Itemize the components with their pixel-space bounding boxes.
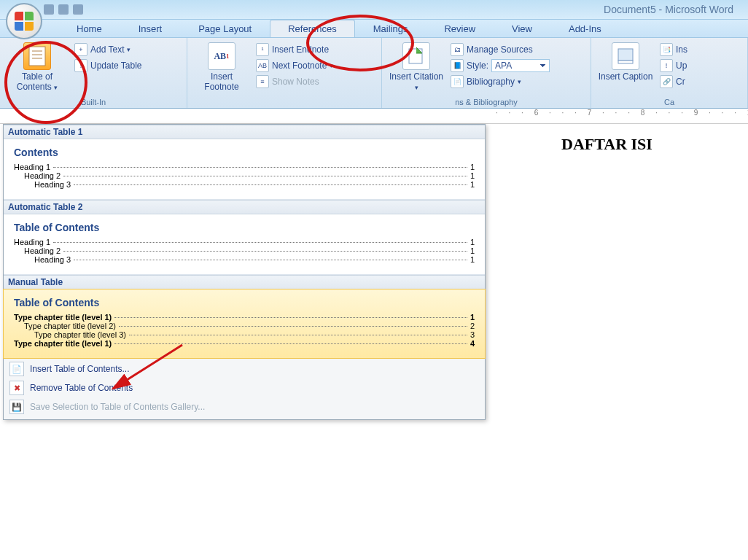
toc-row-page: 2: [470, 322, 475, 330]
toc-row-leader: [53, 242, 467, 243]
toc-row-leader: [63, 251, 467, 252]
gallery-manual-label: Manual Table: [4, 275, 485, 289]
toc-row-page: 1: [470, 313, 475, 322]
save-icon[interactable]: [44, 4, 54, 15]
gallery-auto2-label: Automatic Table 2: [4, 200, 485, 214]
toc-row-label: Heading 1: [14, 238, 50, 246]
toc-row-label: Heading 2: [24, 171, 61, 180]
remove-toc-label: Remove Table of Contents: [30, 383, 133, 393]
insert-endnote-button[interactable]: ¹ Insert Endnote: [254, 42, 335, 57]
add-text-label: Add Text: [90, 44, 124, 55]
insert-citation-icon: [402, 42, 430, 70]
style-label: Style:: [467, 61, 488, 71]
toc-row-leader: [119, 326, 467, 327]
remove-toc-icon: ✖: [9, 381, 24, 395]
update-caption-button[interactable]: ! Up: [658, 58, 689, 73]
tab-review[interactable]: Review: [426, 20, 494, 37]
toc-row: Heading 11: [14, 238, 475, 246]
tab-addins[interactable]: Add-Ins: [550, 20, 620, 37]
toc-row: Heading 21: [14, 246, 475, 255]
gallery-auto2-preview[interactable]: Table of Contents Heading 11Heading 21He…: [4, 214, 485, 275]
next-footnote-button[interactable]: AB Next Footnote: [254, 58, 335, 73]
toc-row-page: 1: [470, 171, 475, 180]
toc-row-page: 1: [470, 255, 475, 264]
svg-rect-5: [618, 49, 633, 61]
toc-row-leader: [74, 260, 467, 260]
toc-row-page: 1: [470, 238, 475, 246]
update-table-icon: !: [74, 59, 87, 72]
insert-caption-label: Insert Caption: [599, 71, 653, 82]
save-toc-icon: 💾: [9, 400, 24, 414]
insert-citation-button[interactable]: Insert Citation: [388, 41, 445, 92]
toc-row-page: 1: [470, 163, 475, 171]
update-caption-label: Up: [676, 61, 687, 71]
undo-icon[interactable]: [58, 4, 69, 15]
remove-toc[interactable]: ✖ Remove Table of Contents: [4, 378, 485, 397]
tab-page-layout[interactable]: Page Layout: [180, 20, 270, 37]
toc-row-label: Type chapter title (level 3): [34, 330, 126, 339]
insert-footnote-label: Insert Footnote: [204, 71, 238, 92]
style-icon: 📘: [451, 59, 464, 72]
toc-gallery: Automatic Table 1 Contents Heading 11Hea…: [3, 124, 486, 420]
toc-row: Type chapter title (level 1)4: [14, 339, 475, 348]
office-button[interactable]: [6, 3, 42, 39]
ribbon: Table of Contents + Add Text ! Update Ta…: [0, 38, 748, 109]
show-notes-icon: ≡: [256, 75, 269, 88]
document-area[interactable]: · · · 6 · · · 7 · · · 8 · · · 9 · · · 10…: [0, 109, 748, 124]
cross-ref-icon: 🔗: [660, 75, 673, 88]
gallery-manual-preview[interactable]: Table of Contents Type chapter title (le…: [3, 289, 486, 359]
insert-custom-toc-label: Insert Table of Contents...: [30, 364, 130, 374]
tab-home[interactable]: Home: [58, 20, 120, 37]
table-of-contents-button[interactable]: Table of Contents: [6, 41, 69, 92]
toc-row-leader: [63, 176, 467, 176]
citation-style-select[interactable]: APA: [491, 59, 550, 72]
bibliography-icon: 📄: [451, 75, 464, 88]
svg-rect-0: [29, 47, 45, 66]
tab-insert[interactable]: Insert: [120, 20, 181, 37]
toc-row: Heading 31: [14, 255, 475, 264]
save-toc-selection-label: Save Selection to Table of Contents Gall…: [30, 402, 205, 412]
quick-access-toolbar[interactable]: [44, 4, 83, 15]
update-caption-icon: !: [660, 59, 673, 72]
insert-endnote-icon: ¹: [256, 43, 269, 56]
group-footnotes: AB1 Insert Footnote ¹ Insert Endnote AB …: [187, 38, 382, 108]
toc-row-label: Type chapter title (level 1): [14, 339, 112, 348]
insert-footnote-button[interactable]: AB1 Insert Footnote: [193, 41, 250, 92]
toc-row-leader: [114, 317, 467, 318]
bibliography-button[interactable]: 📄 Bibliography: [449, 74, 551, 89]
cross-reference-button[interactable]: 🔗 Cr: [658, 74, 689, 89]
tab-view[interactable]: View: [494, 20, 550, 37]
group-footnotes-label: [193, 96, 375, 108]
insert-custom-toc[interactable]: 📄 Insert Table of Contents...: [4, 359, 485, 378]
add-text-button[interactable]: + Add Text: [73, 42, 144, 57]
group-table-of-contents: Table of Contents + Add Text ! Update Ta…: [0, 38, 187, 108]
toc-row-page: 3: [470, 330, 475, 339]
show-notes-label: Show Notes: [272, 77, 319, 87]
toc-row-label: Heading 1: [14, 163, 50, 171]
toc-row-label: Heading 3: [34, 180, 71, 189]
svg-rect-6: [618, 61, 633, 63]
table-of-contents-icon: [23, 42, 51, 70]
toc-row-label: Heading 2: [24, 246, 61, 255]
insert-endnote-label: Insert Endnote: [272, 44, 329, 55]
insert-footnote-icon: AB1: [208, 42, 235, 70]
toc-row-leader: [53, 167, 467, 168]
gallery-auto1-title: Contents: [14, 147, 475, 158]
tab-references[interactable]: References: [270, 20, 354, 37]
insert-caption-button[interactable]: Insert Caption: [597, 41, 654, 82]
toc-row-label: Type chapter title (level 2): [24, 322, 116, 330]
redo-icon[interactable]: [73, 4, 83, 15]
gallery-auto1-preview[interactable]: Contents Heading 11Heading 21Heading 31: [4, 139, 485, 200]
insert-caption-icon: [612, 42, 639, 70]
tab-mailings[interactable]: Mailings: [355, 20, 426, 37]
manage-sources-button[interactable]: 🗂 Manage Sources: [449, 42, 551, 57]
insert-table-figures-button[interactable]: 📑 Ins: [658, 42, 689, 57]
toc-row: Heading 21: [14, 171, 475, 180]
update-table-button[interactable]: ! Update Table: [73, 58, 144, 73]
gallery-footer: 📄 Insert Table of Contents... ✖ Remove T…: [4, 358, 485, 419]
toc-row-page: 4: [470, 339, 475, 348]
update-table-label: Update Table: [90, 61, 142, 71]
toc-row-label: Type chapter title (level 1): [14, 313, 112, 322]
next-footnote-label: Next Footnote: [272, 61, 327, 71]
ribbon-tabs: Home Insert Page Layout References Maili…: [0, 20, 748, 38]
